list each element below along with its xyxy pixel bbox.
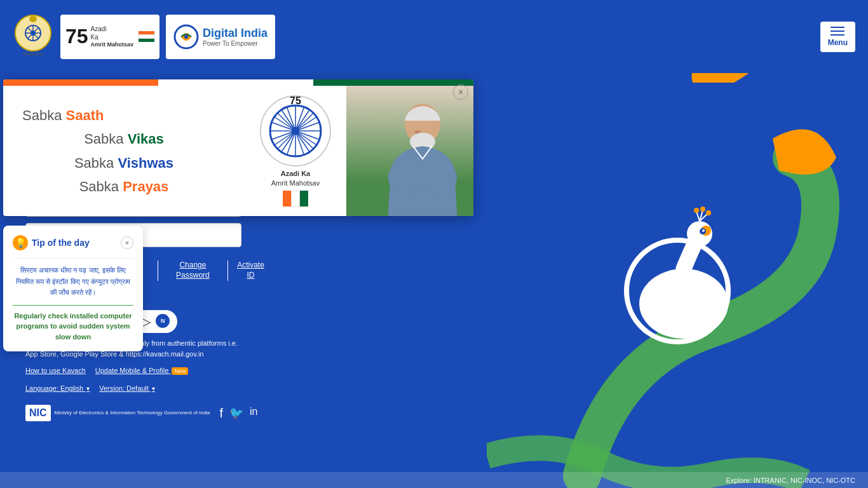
svg-text:75: 75 [290,95,301,106]
svg-point-10 [184,35,188,39]
banner-content: Sabka Saath Sabka Vikas Sabka Vishwas Sa… [3,79,473,216]
peacock-decoration [487,107,868,488]
di-subtitle: Power To Empower [203,40,268,47]
new-badge: New [172,367,188,375]
menu-label: Menu [828,38,848,47]
update-mobile-link[interactable]: Update Mobile & Profile New [95,367,189,375]
tip-english-text: Regularly check installed computer progr… [13,311,133,342]
banner-line1: Sabka Saath [22,104,226,127]
language-arrow: ▾ [86,385,90,392]
svg-point-16 [639,269,728,339]
facebook-icon[interactable]: f [219,406,223,421]
tip-title-row: 💡 Tip of the day [13,235,90,250]
version-arrow: ▾ [152,385,155,392]
tip-title: Tip of the day [32,238,90,248]
svg-point-7 [29,16,37,22]
banner-line3: Sabka Vishwas [22,151,226,175]
change-password-link[interactable]: Change Password [158,261,228,280]
ashoka-emblem: सत्यमेव जयते [13,15,54,59]
tip-header: 💡 Tip of the day × [13,235,133,250]
activate-id-link[interactable]: Activate ID [228,261,273,280]
azadi-badge-text: Azadi Ka Amrit Mahotsav [271,169,320,210]
bottom-strip: Explore: INTRANIC, NIC-INOC, NIC-OTC [0,472,868,488]
banner-text-area: Sabka Saath Sabka Vikas Sabka Vishwas Sa… [3,86,245,216]
menu-button[interactable]: Menu [820,22,855,52]
svg-point-41 [292,127,299,135]
bulb-icon: 💡 [13,235,28,250]
digital-india-logo: Digital India Power To Empower [166,15,275,59]
header: सत्यमेव जयते 75 Azadi Ka Amrit Mahotsav [0,0,868,73]
azadi-line2: Ka [91,33,134,41]
svg-point-25 [700,207,705,212]
di-text-block: Digital India Power To Empower [203,27,268,47]
nic-icon[interactable]: N [156,314,170,328]
main-content: gov.in Enter Details to Sign In Sign In … [0,73,868,488]
linkedin-icon[interactable]: in [250,406,257,421]
tip-hindi-text: सिस्टम अचानक धीमा न पड़ जाए, इसके लिए नि… [13,265,133,299]
banner-center-area: 75 Azadi Ka Amrit Mahotsav [245,86,346,216]
how-to-use-link[interactable]: How to use Kavach [25,367,86,375]
tip-divider2 [13,305,133,306]
version-selector[interactable]: Version: Default ▾ [99,384,155,392]
nic-text-block: Ministry of Electronics & Information Te… [55,409,210,417]
tip-divider [13,258,133,259]
banner-line4: Sabka Prayas [22,175,226,198]
svg-line-21 [696,212,700,221]
footer-logos: NIC Ministry of Electronics & Informatio… [25,405,257,421]
tip-modal: 💡 Tip of the day × सिस्टम अचानक धीमा न प… [3,226,143,351]
nic-emblem: NIC [25,405,51,421]
azadi-line1: Azadi [91,25,134,33]
svg-text:सत्यमेव जयते: सत्यमेव जयते [22,51,44,57]
social-icons: f 🐦 in [219,406,257,421]
nic-logo: NIC Ministry of Electronics & Informatio… [25,405,210,421]
banner-modal: Sabka Saath Sabka Vikas Sabka Vishwas Sa… [3,79,473,216]
footer-links-text: Explore: INTRANIC, NIC-INOC, NIC-OTC [726,477,855,484]
azadi-line3: Amrit Mahotsav [91,41,134,49]
svg-point-20 [702,229,705,232]
banner-line2: Sabka Vikas [22,127,226,151]
svg-point-26 [706,210,711,215]
twitter-icon[interactable]: 🐦 [229,406,243,421]
di-title: Digital India [203,27,268,40]
banner-flag-stripe [3,79,473,86]
azadi-number: 75 [65,25,88,48]
bottom-utility-links: How to use Kavach Update Mobile & Profil… [25,367,241,392]
menu-icon [831,27,844,36]
azadi-logo: 75 Azadi Ka Amrit Mahotsav [60,15,159,59]
tip-close-button[interactable]: × [121,236,133,249]
svg-point-24 [694,208,699,213]
language-selector[interactable]: Language: English ▾ [25,384,90,392]
header-logos: सत्यमेव जयते 75 Azadi Ka Amrit Mahotsav [13,15,275,59]
banner-close-button[interactable]: × [453,85,468,100]
banner-pm-area [346,86,473,216]
